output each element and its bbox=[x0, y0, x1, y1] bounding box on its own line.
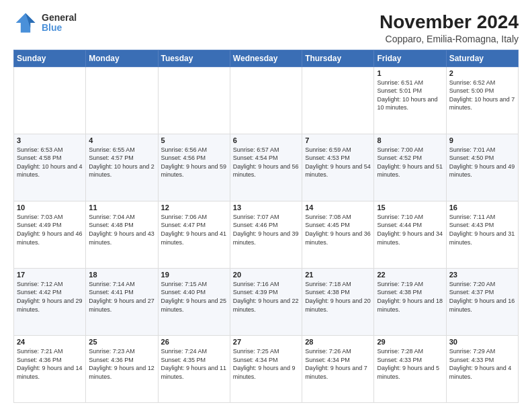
calendar-cell: 28Sunrise: 7:26 AM Sunset: 4:34 PM Dayli… bbox=[302, 335, 374, 402]
calendar-cell: 2Sunrise: 6:52 AM Sunset: 5:00 PM Daylig… bbox=[446, 66, 518, 134]
day-number: 17 bbox=[17, 271, 83, 279]
calendar-cell: 25Sunrise: 7:23 AM Sunset: 4:36 PM Dayli… bbox=[86, 335, 158, 402]
calendar-cell: 15Sunrise: 7:10 AM Sunset: 4:44 PM Dayli… bbox=[374, 201, 446, 268]
calendar-cell: 16Sunrise: 7:11 AM Sunset: 4:43 PM Dayli… bbox=[446, 201, 518, 268]
calendar-cell: 23Sunrise: 7:20 AM Sunset: 4:37 PM Dayli… bbox=[446, 268, 518, 335]
calendar-cell: 8Sunrise: 7:00 AM Sunset: 4:52 PM Daylig… bbox=[374, 134, 446, 201]
day-info: Sunrise: 7:21 AM Sunset: 4:36 PM Dayligh… bbox=[17, 347, 83, 381]
day-info: Sunrise: 7:26 AM Sunset: 4:34 PM Dayligh… bbox=[305, 347, 371, 381]
day-number: 5 bbox=[161, 136, 227, 144]
day-number: 28 bbox=[305, 338, 371, 346]
day-info: Sunrise: 7:07 AM Sunset: 4:46 PM Dayligh… bbox=[233, 213, 299, 246]
logo-text: General Blue bbox=[42, 13, 77, 34]
calendar-cell: 5Sunrise: 6:56 AM Sunset: 4:56 PM Daylig… bbox=[158, 134, 230, 201]
day-number: 11 bbox=[89, 203, 154, 212]
calendar-table: Sunday Monday Tuesday Wednesday Thursday… bbox=[13, 50, 519, 403]
day-number: 3 bbox=[17, 136, 83, 144]
day-number: 23 bbox=[449, 271, 515, 279]
subtitle: Copparo, Emilia-Romagna, Italy bbox=[380, 34, 519, 44]
day-info: Sunrise: 7:10 AM Sunset: 4:44 PM Dayligh… bbox=[377, 213, 443, 246]
day-info: Sunrise: 6:52 AM Sunset: 5:00 PM Dayligh… bbox=[449, 79, 515, 112]
logo-icon bbox=[13, 11, 38, 35]
day-info: Sunrise: 7:01 AM Sunset: 4:50 PM Dayligh… bbox=[449, 146, 515, 179]
day-info: Sunrise: 6:59 AM Sunset: 4:53 PM Dayligh… bbox=[305, 146, 371, 179]
logo-blue-text: Blue bbox=[42, 23, 77, 33]
day-number: 9 bbox=[449, 136, 515, 144]
calendar-cell bbox=[86, 66, 158, 134]
calendar-cell: 13Sunrise: 7:07 AM Sunset: 4:46 PM Dayli… bbox=[230, 201, 302, 268]
calendar-cell bbox=[158, 66, 230, 134]
title-block: November 2024 Copparo, Emilia-Romagna, I… bbox=[380, 11, 519, 44]
main-title: November 2024 bbox=[380, 11, 519, 34]
col-friday: Friday bbox=[374, 50, 446, 66]
calendar-cell: 19Sunrise: 7:15 AM Sunset: 4:40 PM Dayli… bbox=[158, 268, 230, 335]
calendar-week-1: 1Sunrise: 6:51 AM Sunset: 5:01 PM Daylig… bbox=[14, 66, 519, 134]
day-number: 8 bbox=[377, 136, 443, 144]
day-info: Sunrise: 7:11 AM Sunset: 4:43 PM Dayligh… bbox=[449, 213, 515, 246]
day-number: 24 bbox=[17, 338, 83, 346]
day-number: 29 bbox=[377, 338, 443, 346]
day-number: 26 bbox=[161, 338, 227, 346]
calendar-cell: 11Sunrise: 7:04 AM Sunset: 4:48 PM Dayli… bbox=[86, 201, 158, 268]
calendar-cell bbox=[14, 66, 86, 134]
day-number: 20 bbox=[233, 271, 299, 279]
col-tuesday: Tuesday bbox=[158, 50, 230, 66]
day-info: Sunrise: 6:53 AM Sunset: 4:58 PM Dayligh… bbox=[17, 146, 83, 179]
day-number: 21 bbox=[305, 271, 371, 279]
day-number: 12 bbox=[161, 203, 227, 212]
day-number: 27 bbox=[233, 338, 299, 346]
col-monday: Monday bbox=[86, 50, 158, 66]
logo: General Blue bbox=[13, 11, 77, 35]
calendar-week-4: 17Sunrise: 7:12 AM Sunset: 4:42 PM Dayli… bbox=[14, 268, 519, 335]
day-info: Sunrise: 7:18 AM Sunset: 4:38 PM Dayligh… bbox=[305, 280, 371, 314]
day-info: Sunrise: 6:56 AM Sunset: 4:56 PM Dayligh… bbox=[161, 146, 227, 179]
calendar-cell: 6Sunrise: 6:57 AM Sunset: 4:54 PM Daylig… bbox=[230, 134, 302, 201]
day-number: 2 bbox=[449, 69, 515, 77]
calendar-cell: 14Sunrise: 7:08 AM Sunset: 4:45 PM Dayli… bbox=[302, 201, 374, 268]
calendar-cell: 17Sunrise: 7:12 AM Sunset: 4:42 PM Dayli… bbox=[14, 268, 86, 335]
day-info: Sunrise: 7:23 AM Sunset: 4:36 PM Dayligh… bbox=[89, 347, 154, 381]
day-info: Sunrise: 7:14 AM Sunset: 4:41 PM Dayligh… bbox=[89, 280, 154, 314]
calendar-cell: 26Sunrise: 7:24 AM Sunset: 4:35 PM Dayli… bbox=[158, 335, 230, 402]
calendar-cell: 27Sunrise: 7:25 AM Sunset: 4:34 PM Dayli… bbox=[230, 335, 302, 402]
calendar-cell: 10Sunrise: 7:03 AM Sunset: 4:49 PM Dayli… bbox=[14, 201, 86, 268]
col-wednesday: Wednesday bbox=[230, 50, 302, 66]
day-info: Sunrise: 7:03 AM Sunset: 4:49 PM Dayligh… bbox=[17, 213, 83, 246]
col-saturday: Saturday bbox=[446, 50, 518, 66]
calendar-cell: 24Sunrise: 7:21 AM Sunset: 4:36 PM Dayli… bbox=[14, 335, 86, 402]
day-info: Sunrise: 7:16 AM Sunset: 4:39 PM Dayligh… bbox=[233, 280, 299, 314]
day-number: 6 bbox=[233, 136, 299, 144]
calendar-cell: 4Sunrise: 6:55 AM Sunset: 4:57 PM Daylig… bbox=[86, 134, 158, 201]
calendar-cell: 29Sunrise: 7:28 AM Sunset: 4:33 PM Dayli… bbox=[374, 335, 446, 402]
day-number: 15 bbox=[377, 203, 443, 212]
day-number: 19 bbox=[161, 271, 227, 279]
calendar-cell: 18Sunrise: 7:14 AM Sunset: 4:41 PM Dayli… bbox=[86, 268, 158, 335]
day-info: Sunrise: 6:57 AM Sunset: 4:54 PM Dayligh… bbox=[233, 146, 299, 179]
day-info: Sunrise: 6:51 AM Sunset: 5:01 PM Dayligh… bbox=[377, 79, 443, 112]
calendar-cell: 7Sunrise: 6:59 AM Sunset: 4:53 PM Daylig… bbox=[302, 134, 374, 201]
day-info: Sunrise: 7:04 AM Sunset: 4:48 PM Dayligh… bbox=[89, 213, 154, 246]
calendar-cell: 21Sunrise: 7:18 AM Sunset: 4:38 PM Dayli… bbox=[302, 268, 374, 335]
day-number: 16 bbox=[449, 203, 515, 212]
day-info: Sunrise: 6:55 AM Sunset: 4:57 PM Dayligh… bbox=[89, 146, 154, 179]
day-number: 22 bbox=[377, 271, 443, 279]
col-sunday: Sunday bbox=[14, 50, 86, 66]
day-info: Sunrise: 7:24 AM Sunset: 4:35 PM Dayligh… bbox=[161, 347, 227, 381]
day-info: Sunrise: 7:15 AM Sunset: 4:40 PM Dayligh… bbox=[161, 280, 227, 314]
day-number: 10 bbox=[17, 203, 83, 212]
day-number: 4 bbox=[89, 136, 154, 144]
calendar-cell bbox=[230, 66, 302, 134]
calendar-cell: 1Sunrise: 6:51 AM Sunset: 5:01 PM Daylig… bbox=[374, 66, 446, 134]
day-number: 7 bbox=[305, 136, 371, 144]
calendar-cell bbox=[302, 66, 374, 134]
day-info: Sunrise: 7:20 AM Sunset: 4:37 PM Dayligh… bbox=[449, 280, 515, 314]
page: General Blue November 2024 Copparo, Emil… bbox=[0, 0, 532, 411]
day-info: Sunrise: 7:00 AM Sunset: 4:52 PM Dayligh… bbox=[377, 146, 443, 179]
day-info: Sunrise: 7:19 AM Sunset: 4:38 PM Dayligh… bbox=[377, 280, 443, 314]
calendar-cell: 9Sunrise: 7:01 AM Sunset: 4:50 PM Daylig… bbox=[446, 134, 518, 201]
col-thursday: Thursday bbox=[302, 50, 374, 66]
header: General Blue November 2024 Copparo, Emil… bbox=[13, 11, 519, 44]
calendar-cell: 12Sunrise: 7:06 AM Sunset: 4:47 PM Dayli… bbox=[158, 201, 230, 268]
day-info: Sunrise: 7:06 AM Sunset: 4:47 PM Dayligh… bbox=[161, 213, 227, 246]
calendar-cell: 3Sunrise: 6:53 AM Sunset: 4:58 PM Daylig… bbox=[14, 134, 86, 201]
